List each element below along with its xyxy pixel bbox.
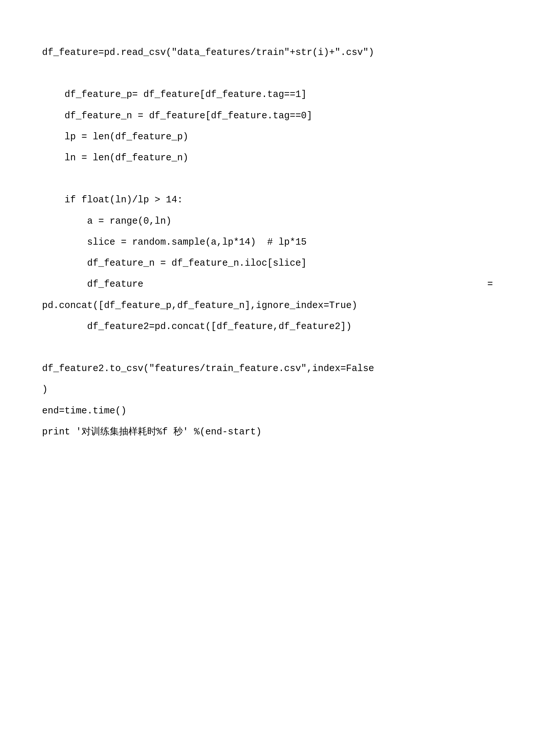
code-line-11: pd.concat([df_feature_p,df_feature_n],ig… bbox=[42, 295, 493, 316]
code-line-15: end=time.time() bbox=[42, 400, 493, 421]
code-line-10-right: = bbox=[488, 274, 493, 295]
code-line-1: df_feature=pd.read_csv("data_features/tr… bbox=[42, 42, 493, 63]
blank-line bbox=[42, 63, 493, 84]
code-line-5: ln = len(df_feature_n) bbox=[42, 148, 493, 168]
code-line-4: lp = len(df_feature_p) bbox=[42, 126, 493, 148]
blank-line bbox=[42, 337, 493, 358]
document-page: df_feature=pd.read_csv("data_features/tr… bbox=[0, 0, 535, 443]
code-line-7: a = range(0,ln) bbox=[42, 211, 493, 232]
code-line-8: slice = random.sample(a,lp*14) # lp*15 bbox=[42, 232, 493, 253]
code-line-2: df_feature_p= df_feature[df_feature.tag=… bbox=[42, 84, 493, 105]
code-line-9: df_feature_n = df_feature_n.iloc[slice] bbox=[42, 253, 493, 274]
blank-line bbox=[42, 168, 493, 189]
code-line-16: print '对训练集抽样耗时%f 秒' %(end-start) bbox=[42, 421, 493, 443]
code-line-10-left: df_feature bbox=[42, 274, 143, 295]
code-line-14: ) bbox=[42, 379, 493, 400]
code-line-12: df_feature2=pd.concat([df_feature,df_fea… bbox=[42, 316, 493, 337]
code-line-13: df_feature2.to_csv("features/train_featu… bbox=[42, 358, 493, 379]
code-line-6: if float(ln)/lp > 14: bbox=[42, 189, 493, 210]
code-line-3: df_feature_n = df_feature[df_feature.tag… bbox=[42, 105, 493, 126]
code-line-10: df_feature = bbox=[42, 274, 493, 295]
